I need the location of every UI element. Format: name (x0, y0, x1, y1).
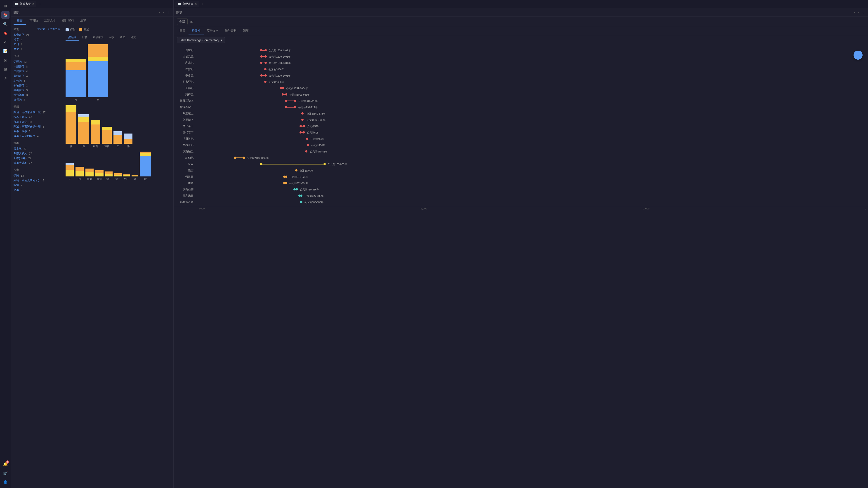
category-sort[interactable]: 按 計數 英文首字母 (37, 27, 60, 31)
genre-6[interactable]: 敘事：未來的事件4 (13, 134, 60, 138)
fab-button[interactable]: − (854, 51, 863, 60)
right-subnav-2[interactable]: 互涉文本 (204, 27, 222, 35)
sort-tab-chapter[interactable]: 章節 (117, 34, 128, 41)
author-peter[interactable]: 彼得2 (13, 183, 60, 188)
category-history[interactable]: 歷史1 (13, 47, 60, 52)
author-john[interactable]: 約翰（西庇太的兒子）5 (13, 178, 60, 183)
bar-heb-stack (66, 163, 74, 176)
author-luke[interactable]: 路加2 (13, 188, 60, 192)
timeline-date-label: 公元前1500-50年 (328, 163, 347, 166)
sub-paul[interactable]: 保羅的13 (13, 59, 60, 64)
sub-pastoral[interactable]: 牧牧書信3 (13, 83, 60, 88)
timeline-book-label: 以斯拉記 (176, 137, 196, 141)
bar-1pet-stack (86, 168, 94, 176)
bar-gal-stack (114, 131, 122, 144)
sort-tab-order[interactable]: 按順序 (66, 34, 79, 41)
left-tab-title: 聖經書卷 (20, 2, 31, 6)
sidebar-share-icon[interactable]: ↗ (1, 74, 9, 82)
sidebar-home-icon[interactable]: ⊞ (1, 2, 9, 10)
left-tab-close-icon[interactable]: ✕ (32, 2, 34, 5)
sub-major[interactable]: 主要書信4 (13, 69, 60, 74)
genre-3[interactable]: 行為：評估18 (13, 120, 60, 124)
left-subnav-item-3[interactable]: 統計資料 (59, 17, 77, 25)
left-nav-more[interactable]: ⋮ (166, 10, 170, 15)
left-nav-next[interactable]: › (162, 10, 165, 15)
timeline-bar-area: 公元前971-931年 (196, 174, 866, 179)
timeline-row: 列王紀下公元前560-538年 (174, 117, 868, 123)
bar-2cor-stack (102, 127, 112, 144)
right-nav-prev[interactable]: ‹ (853, 10, 856, 15)
copy-greek-nt[interactable]: 希臘文新約27 (13, 151, 60, 156)
sidebar-cart-icon[interactable]: 🛒 (1, 469, 9, 477)
copy-catholic[interactable]: 天主教27 (13, 147, 60, 151)
left-tab-add-icon[interactable]: ＋ (37, 2, 43, 6)
author-paul[interactable]: 保羅13 (13, 173, 60, 178)
timeline-book-label: 民數記 (176, 67, 196, 71)
sidebar-person-icon[interactable]: 👤 (1, 478, 9, 486)
right-subnav-4[interactable]: 清單 (240, 27, 252, 35)
right-tab-close-icon[interactable]: ✕ (195, 2, 197, 5)
right-subnav-3[interactable]: 統計資料 (222, 27, 240, 35)
left-subnav-item-0[interactable]: 圖書 (13, 17, 26, 25)
sidebar-search-icon[interactable]: 🔍 (1, 20, 9, 28)
genre-4[interactable]: 闡述：東西將會像什麼8 (13, 124, 60, 129)
bar-2cor: 林後 (102, 127, 112, 148)
left-tab-active[interactable]: 📖 聖經書卷 ✕ (13, 1, 36, 7)
timeline-chart[interactable]: − 創世記公元前1500-1401年出埃及記公元前1500-1401年利未記公元… (174, 45, 868, 488)
sort-tab-hebrew[interactable]: 希伯來文 (90, 34, 106, 41)
all-button[interactable]: 全部 (177, 19, 188, 25)
left-tab-icon: 📖 (15, 2, 19, 6)
sidebar-library-icon[interactable]: 📚 (1, 11, 9, 19)
sub-john[interactable]: 約翰的4 (13, 78, 60, 83)
author-section: 作者 保羅13 約翰（西庇太的兒子）5 彼得2 路加2 (13, 168, 60, 192)
sub-prison[interactable]: 監獄書信4 (13, 74, 60, 78)
genre-2[interactable]: 行為：勸告26 (13, 115, 60, 120)
timeline-row: 撒母耳記上公元前931-722年 (174, 98, 868, 104)
sidebar-tag-icon[interactable]: ◉ (1, 56, 9, 64)
timeline-row: 出埃及記公元前1500-1401年 (174, 53, 868, 60)
source-button[interactable]: Bible Knowledge Commentary ▾ (177, 37, 225, 43)
legend-behavior-label: 行為 (70, 28, 75, 32)
sort-tab-rank[interactable]: 排名 (79, 34, 90, 41)
sidebar-check-icon[interactable]: ✔ (1, 38, 9, 46)
copy-protestant[interactable]: 新教(66卷)27 (13, 156, 60, 161)
right-nav-more[interactable]: ⌄ (861, 10, 865, 15)
right-subnav-0[interactable]: 圖書 (176, 27, 188, 35)
bar-2jn: 約二 (114, 173, 122, 181)
left-subnav-item-4[interactable]: 清單 (77, 17, 89, 25)
sidebar-bookmark-icon[interactable]: 🔖 (1, 29, 9, 37)
sub-peter[interactable]: 彼得的2 (13, 97, 60, 102)
category-gospel[interactable]: 福音4 (13, 37, 60, 42)
sort-tab-word[interactable]: 字詞 (106, 34, 117, 41)
left-subnav-item-1[interactable]: 時間軸 (26, 17, 41, 25)
sidebar-notify-icon[interactable]: 🔔 (1, 460, 9, 468)
right-subnav-1[interactable]: 時間軸 (188, 27, 204, 35)
genre-5[interactable]: 敘事：故事7 (13, 129, 60, 134)
timeline-book-label: 雅歌 (176, 181, 196, 185)
timeline-book-label: 尼希米記 (176, 143, 196, 147)
left-nav-prev[interactable]: ‹ (158, 10, 161, 15)
genre-1[interactable]: 闡述：這些東西像什麼27 (13, 110, 60, 115)
timeline-dot-start (300, 131, 302, 133)
sidebar-grid-icon[interactable]: ⊞ (1, 65, 9, 73)
left-subnav-item-2[interactable]: 互涉文本 (41, 17, 59, 25)
sort-tab-verse[interactable]: 經文 (128, 34, 139, 41)
timeline-row: 申命記公元前1500-1401年 (174, 72, 868, 78)
right-nav-next[interactable]: › (857, 10, 860, 15)
category-church-letters[interactable]: 教會書信21 (13, 33, 60, 37)
sub-early[interactable]: 早期書信3 (13, 88, 60, 93)
chart-legend: 行為 闡述 (66, 28, 170, 32)
xaxis-label-3000: -3,000 (197, 207, 205, 210)
copy-vulgate[interactable]: 武加大譯本27 (13, 161, 60, 165)
right-tab-active[interactable]: 📖 聖經書卷 ✕ (176, 1, 199, 7)
right-tab-add-icon[interactable]: ＋ (200, 2, 206, 6)
timeline-dot-start (260, 62, 262, 64)
timeline-bar-area: 公元前971-931年 (196, 181, 866, 185)
timeline-row: 約伯記公元前2100-1900年 (174, 155, 868, 161)
sub-general[interactable]: 一般書信8 (13, 64, 60, 69)
bar-2pet-stack (95, 170, 103, 176)
category-last-days[interactable]: 未日1 (13, 42, 60, 47)
sidebar-note-icon[interactable]: 📝 (1, 47, 9, 55)
timeline-row: 以斯帖記公元前470-46年 (174, 148, 868, 155)
sub-synoptic[interactable]: 符類福音3 (13, 93, 60, 97)
